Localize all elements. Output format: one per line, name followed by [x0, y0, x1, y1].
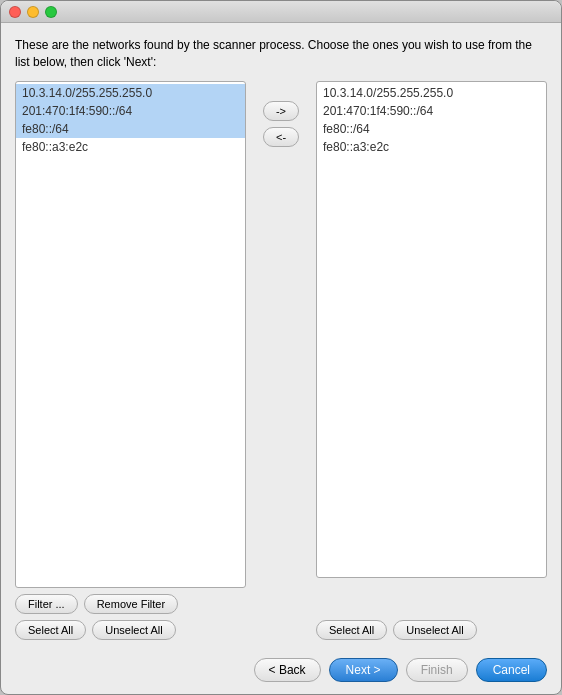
move-left-button[interactable]: <- — [263, 127, 299, 147]
lists-area: 10.3.14.0/255.255.255.0 201:470:1f4:590:… — [15, 81, 547, 640]
left-select-buttons: Select All Unselect All — [15, 620, 246, 640]
left-list-box[interactable]: 10.3.14.0/255.255.255.0 201:470:1f4:590:… — [15, 81, 246, 588]
move-right-button[interactable]: -> — [263, 101, 299, 121]
left-list-panel: 10.3.14.0/255.255.255.0 201:470:1f4:590:… — [15, 81, 246, 640]
back-button[interactable]: < Back — [254, 658, 321, 682]
list-item[interactable]: fe80::a3:e2c — [317, 138, 546, 156]
list-item[interactable]: 10.3.14.0/255.255.255.0 — [16, 84, 245, 102]
right-list-panel: 10.3.14.0/255.255.255.0 201:470:1f4:590:… — [316, 81, 547, 640]
minimize-button[interactable] — [27, 6, 39, 18]
cancel-button[interactable]: Cancel — [476, 658, 547, 682]
unselect-all-right-button[interactable]: Unselect All — [393, 620, 476, 640]
content-area: These are the networks found by the scan… — [1, 23, 561, 650]
close-button[interactable] — [9, 6, 21, 18]
list-item[interactable]: fe80::a3:e2c — [16, 138, 245, 156]
remove-filter-button[interactable]: Remove Filter — [84, 594, 178, 614]
list-item[interactable]: fe80::/64 — [317, 120, 546, 138]
unselect-all-left-button[interactable]: Unselect All — [92, 620, 175, 640]
titlebar — [1, 1, 561, 23]
filter-button[interactable]: Filter ... — [15, 594, 78, 614]
list-item[interactable]: 201:470:1f4:590::/64 — [16, 102, 245, 120]
right-select-buttons: Select All Unselect All — [316, 620, 547, 640]
left-list-buttons: Filter ... Remove Filter — [15, 594, 246, 614]
list-item[interactable]: 10.3.14.0/255.255.255.0 — [317, 84, 546, 102]
select-all-left-button[interactable]: Select All — [15, 620, 86, 640]
bottom-bar: < Back Next > Finish Cancel — [1, 650, 561, 694]
arrow-panel: -> <- — [254, 81, 308, 640]
list-item[interactable]: fe80::/64 — [16, 120, 245, 138]
list-item[interactable]: 201:470:1f4:590::/64 — [317, 102, 546, 120]
select-all-right-button[interactable]: Select All — [316, 620, 387, 640]
next-button[interactable]: Next > — [329, 658, 398, 682]
maximize-button[interactable] — [45, 6, 57, 18]
main-window: These are the networks found by the scan… — [0, 0, 562, 695]
right-list-box[interactable]: 10.3.14.0/255.255.255.0 201:470:1f4:590:… — [316, 81, 547, 578]
finish-button[interactable]: Finish — [406, 658, 468, 682]
description-text: These are the networks found by the scan… — [15, 37, 547, 71]
